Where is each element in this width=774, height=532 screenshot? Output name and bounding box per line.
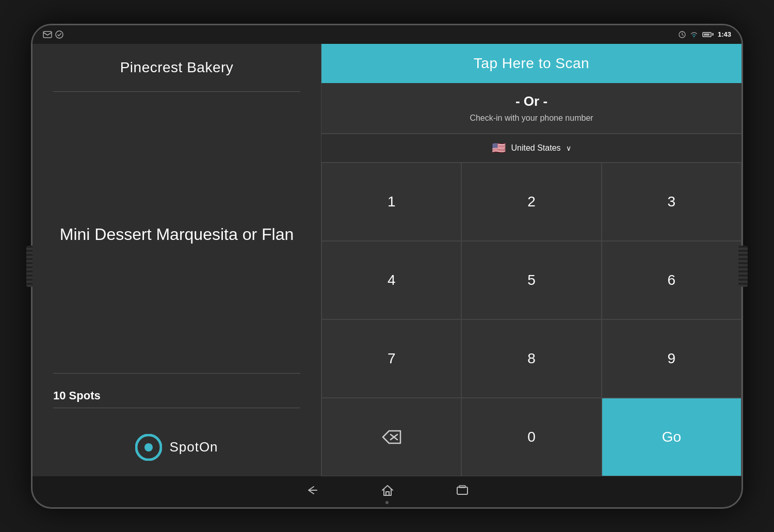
chevron-down-icon: ∨	[566, 144, 571, 152]
speaker-right	[738, 246, 748, 287]
spoton-brand: SpotOn	[135, 434, 218, 461]
status-icons-left	[43, 30, 63, 39]
promo-item-text: Mini Dessert Marquesita or Flan	[60, 112, 294, 358]
key-1[interactable]: 1	[321, 163, 461, 241]
key-7[interactable]: 7	[321, 319, 461, 398]
recents-icon	[456, 485, 469, 495]
back-button[interactable]	[305, 485, 319, 499]
key-3[interactable]: 3	[602, 163, 741, 241]
keypad: 1 2 3 4 5 6 7 8 9 0	[321, 163, 741, 476]
country-selector[interactable]: 🇺🇸 United States ∨	[321, 134, 741, 163]
or-section: - Or - Check-in with your phone number	[321, 83, 741, 134]
key-4[interactable]: 4	[321, 241, 461, 319]
bakery-name: Pinecrest Bakery	[120, 59, 234, 76]
wifi-icon	[690, 31, 698, 38]
status-time: 1:43	[718, 30, 731, 38]
key-9[interactable]: 9	[602, 319, 741, 398]
key-8[interactable]: 8	[461, 319, 601, 398]
clock-icon	[679, 31, 686, 38]
spoton-logo-icon	[135, 434, 162, 461]
key-0[interactable]: 0	[461, 398, 601, 476]
left-footer: SpotOn	[53, 402, 300, 461]
go-button[interactable]: Go	[602, 398, 741, 476]
back-icon	[305, 485, 319, 496]
message-icon	[43, 31, 52, 38]
left-panel: Pinecrest Bakery Mini Dessert Marquesita…	[33, 44, 321, 476]
check-icon	[55, 30, 63, 39]
home-button[interactable]	[381, 484, 394, 499]
key-5[interactable]: 5	[461, 241, 601, 319]
right-panel: Tap Here to Scan - Or - Check-in with yo…	[321, 44, 741, 476]
footer-divider	[53, 408, 300, 408]
svg-rect-5	[386, 492, 389, 495]
battery-icon	[702, 32, 714, 37]
app-content: Pinecrest Bakery Mini Dessert Marquesita…	[33, 44, 741, 476]
key-6[interactable]: 6	[602, 241, 741, 319]
backspace-icon	[382, 430, 401, 444]
key-2[interactable]: 2	[461, 163, 601, 241]
spoton-name: SpotOn	[169, 439, 218, 455]
tap-to-scan-button[interactable]: Tap Here to Scan	[321, 44, 741, 83]
status-icons-right: 1:43	[679, 30, 731, 38]
svg-rect-0	[43, 31, 52, 38]
recents-button[interactable]	[456, 485, 469, 498]
svg-point-4	[144, 443, 153, 452]
or-text: - Or -	[332, 93, 731, 109]
key-backspace[interactable]	[321, 398, 461, 476]
bottom-divider	[53, 373, 300, 374]
checkin-text: Check-in with your phone number	[332, 114, 731, 123]
svg-rect-6	[457, 487, 467, 494]
top-divider	[53, 91, 300, 92]
status-bar: 1:43	[33, 25, 741, 44]
app-screen: Pinecrest Bakery Mini Dessert Marquesita…	[33, 44, 741, 476]
bottom-dot	[385, 501, 389, 504]
home-icon	[381, 484, 394, 496]
svg-point-1	[56, 31, 63, 38]
country-name: United States	[511, 143, 560, 153]
tablet-device: 1:43 Pinecrest Bakery Mini Dessert Marqu…	[31, 24, 743, 509]
spots-label: 10 Spots	[53, 389, 300, 402]
country-flag: 🇺🇸	[492, 141, 506, 155]
